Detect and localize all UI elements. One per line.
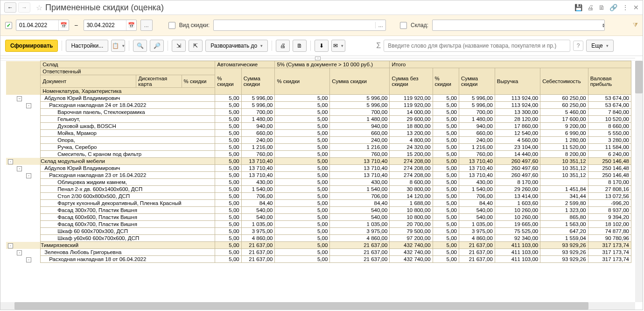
cell: 23 104,00 [495,144,540,151]
hdr-discount-card: Дисконтная карта [136,75,182,88]
cell: 97 200,00 [390,235,433,242]
hdr-pct1: % скидки [215,68,241,95]
row-label: Стол 2/30 600x800x500, ДСП [41,193,215,200]
cell: 5,00 [433,256,459,263]
cell: 540,00 [241,207,275,214]
warehouse-checkbox[interactable] [400,22,407,29]
back-button[interactable]: ← [4,2,16,13]
expand-to-button[interactable]: Разворачивать до▾ [205,40,268,52]
cell: 5,00 [275,172,330,179]
cell: 1 559,04 [540,235,588,242]
cell: 5,00 [215,144,241,151]
cell: 20 700,00 [390,221,433,228]
settings-button[interactable]: Настройки... [66,40,108,52]
cell: 647,20 [540,228,588,235]
find-button[interactable]: 🔍 [133,40,147,52]
cell: 21 637,00 [459,249,495,256]
tree-toggle[interactable]: - [26,257,31,262]
date-from-field[interactable]: 📅 [16,20,69,31]
tree-toggle[interactable]: - [26,103,31,108]
period-picker-button[interactable]: ... [140,20,153,31]
date-to-input[interactable] [84,22,126,28]
find-next-button[interactable]: 🔎 [150,40,164,52]
more-button[interactable]: Еще▾ [586,40,613,52]
cell: 5,00 [215,207,241,214]
warehouse-input[interactable]: ▴▾ [432,20,605,31]
cell: 540,00 [459,214,495,221]
cell: 15 200,00 [390,151,433,158]
discount-type-input[interactable]: ... [213,20,386,31]
cell: 13 710,40 [330,158,390,165]
tool-bar: Сформировать Настройки... 📋▾ 🔍 🔎 ⇲ ⇱ Раз… [0,36,643,56]
cell: 5,00 [433,214,459,221]
forward-button[interactable]: → [18,2,30,13]
cell: 250 146,48 [588,172,631,179]
cell: 3 975,00 [241,228,275,235]
cell: 8 170,00 [588,179,631,186]
row-label: Фасад 600x600, Пластик Вишня [41,214,215,221]
cell: 27 808,16 [588,186,631,193]
cell: 5,00 [215,109,241,116]
print-button[interactable]: 🖨 [276,40,290,52]
favorite-star-icon[interactable]: ☆ [36,3,42,12]
cell: 700,00 [459,109,495,116]
email-button[interactable]: ✉▾ [331,40,345,52]
link-icon[interactable]: 🔗 [609,4,617,11]
kebab-menu-icon[interactable]: ⋮ [622,4,629,11]
calendar-icon[interactable]: 📅 [58,20,69,30]
print-preview-button[interactable]: 🗎 [293,40,307,52]
calendar-icon[interactable]: 📅 [126,20,136,30]
tree-toggle[interactable]: - [17,250,22,255]
tree-toggle[interactable]: − [17,96,22,101]
generate-button[interactable]: Сформировать [5,40,58,52]
cell: 432 740,00 [390,249,433,256]
cell: 7 840,00 [588,109,631,116]
cell: 53 674,00 [588,102,631,109]
cell: 5,00 [215,221,241,228]
collapse-button[interactable]: ⇱ [189,40,203,52]
cell: 13 710,40 [241,172,275,179]
vertical-scrollbar[interactable] [635,61,643,302]
cell: 8 200,00 [540,151,588,158]
dots-icon[interactable]: ... [375,22,385,28]
tree-toggle[interactable]: - [8,243,13,248]
save-icon[interactable]: 💾 [574,4,582,11]
cell: 5,00 [275,221,330,228]
cell: 700,00 [241,109,275,116]
cell: 9 394,20 [588,214,631,221]
expand-button[interactable]: ⇲ [172,40,186,52]
period-checkbox[interactable] [5,22,12,29]
cell: 5 996,00 [330,95,390,102]
save-as-button[interactable]: ⬇ [315,40,329,52]
close-icon[interactable]: ✕ [633,4,639,11]
tree-toggle[interactable]: - [8,159,13,164]
row-label: Абдулов Юрий Владимирович [41,95,215,102]
cell: 5,00 [215,228,241,235]
sigma-icon: Σ [376,42,381,50]
preview-icon[interactable]: 🗎 [598,4,605,11]
row-label: Зеленова Любовь Григорьевна [41,249,215,256]
print-icon[interactable]: 🖨 [587,4,594,11]
updown-icon[interactable]: ▴▾ [602,23,604,28]
horizontal-scrollbar[interactable] [0,302,635,310]
date-to-field[interactable]: 📅 [84,20,137,31]
collapse-handle-icon[interactable]: − [315,57,321,60]
cell: 10 800,00 [390,214,433,221]
cell: 21 637,00 [330,249,390,256]
cell: 5,00 [215,130,241,137]
filter-word-input[interactable] [384,40,570,52]
cell: 29 600,00 [390,116,433,123]
help-button[interactable]: ? [573,41,583,51]
cell: 1 035,00 [459,221,495,228]
cell: 5,00 [433,200,459,207]
cell: 10 260,00 [495,207,540,214]
discount-type-checkbox[interactable] [168,22,175,29]
tree-toggle[interactable]: - [26,173,31,178]
date-from-input[interactable] [16,22,58,28]
funnel-icon[interactable]: ⧩ [633,21,638,29]
cell: 5,00 [275,144,330,151]
variants-button[interactable]: 📋▾ [111,40,125,52]
tree-toggle[interactable]: - [17,166,22,171]
cell: 14 120,00 [390,193,433,200]
cell: 5,00 [275,235,330,242]
